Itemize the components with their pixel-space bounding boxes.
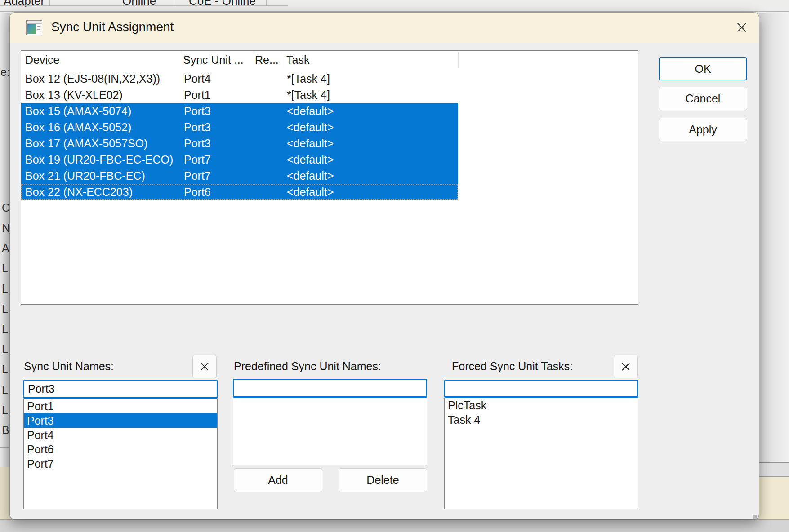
tab-separator: [173, 0, 173, 6]
column-header-re[interactable]: Re...: [255, 51, 279, 69]
cell-device: Box 19 (UR20-FBC-EC-ECO): [25, 151, 173, 168]
cell-device: Box 15 (AMAX-5074): [25, 103, 131, 119]
predefined-sync-unit-names-label: Predefined Sync Unit Names:: [234, 360, 381, 373]
column-divider[interactable]: [283, 52, 283, 68]
background-text-fragment: L: [2, 343, 8, 356]
dialog-title: Sync Unit Assignment: [51, 20, 174, 34]
background-text-fragment: C: [2, 201, 10, 214]
background-text-fragment: e:: [0, 66, 10, 79]
forced-task-input[interactable]: [444, 380, 638, 398]
column-header-task[interactable]: Task: [286, 51, 309, 69]
delete-button[interactable]: Delete: [339, 468, 427, 492]
column-divider[interactable]: [458, 52, 459, 68]
background-text-fragment: N: [2, 222, 10, 235]
table-row[interactable]: Box 21 (UR20-FBC-EC) Port7 <default>: [21, 168, 458, 184]
list-item[interactable]: Task 4: [445, 412, 638, 427]
table-row[interactable]: Box 12 (EJS-08(IN,X2,X3)) Port4 *[Task 4…: [21, 71, 458, 87]
resize-grip[interactable]: [753, 515, 757, 519]
background-text-fragment: L: [2, 403, 8, 417]
device-sync-unit-table: Device Sync Unit ... Re... Task Box 12 (…: [21, 50, 638, 305]
cell-device: Box 21 (UR20-FBC-EC): [25, 168, 145, 184]
background-text-fragment: A: [2, 242, 9, 255]
cell-sync-unit: Port7: [184, 168, 211, 184]
list-item[interactable]: Port3: [24, 413, 217, 428]
background-text-fragment: L: [2, 262, 8, 275]
background-bottom-strip: [0, 519, 789, 532]
table-row[interactable]: Box 17 (AMAX-5057SO) Port3 <default>: [21, 135, 458, 151]
list-item[interactable]: Port6: [24, 442, 217, 457]
dialog-titlebar[interactable]: Sync Unit Assignment: [10, 13, 759, 43]
screen: Adapter Online CoE - Online e: C N A L L…: [0, 0, 789, 532]
cancel-button[interactable]: Cancel: [659, 87, 747, 110]
forced-sync-unit-tasks-label: Forced Sync Unit Tasks:: [452, 360, 573, 373]
cell-sync-unit: Port7: [184, 151, 211, 168]
column-header-sync-unit[interactable]: Sync Unit ...: [183, 51, 244, 69]
cell-task: <default>: [287, 151, 334, 168]
cell-device: Box 22 (NX-ECC203): [25, 184, 133, 200]
cell-device: Box 12 (EJS-08(IN,X2,X3)): [25, 71, 160, 87]
table-row[interactable]: Box 16 (AMAX-5052) Port3 <default>: [21, 119, 458, 135]
cell-task: <default>: [287, 119, 334, 135]
background-beige-panel: [759, 477, 789, 519]
background-divider: [0, 447, 9, 448]
cell-sync-unit: Port3: [184, 135, 211, 151]
background-text-fragment: L: [2, 323, 8, 336]
background-right-strip: [759, 13, 789, 519]
background-text-fragment: L: [2, 383, 8, 396]
tab-separator: [49, 0, 50, 6]
sync-unit-names-list: Port1 Port3 Port4 Port6 Port7: [23, 399, 218, 509]
cell-sync-unit: Port1: [184, 87, 211, 103]
cell-sync-unit: Port6: [184, 184, 211, 200]
sync-unit-assignment-dialog: Sync Unit Assignment Device Sync Unit ..…: [10, 13, 759, 519]
cell-task: <default>: [287, 103, 334, 119]
background-text-fragment: B: [2, 424, 9, 437]
cell-sync-unit: Port3: [184, 119, 211, 135]
background-beige-panel: [0, 467, 10, 519]
tab-separator: [266, 0, 267, 6]
background-text-fragment: L: [2, 282, 8, 295]
list-item[interactable]: Port1: [24, 399, 217, 413]
cell-device: Box 17 (AMAX-5057SO): [25, 135, 147, 151]
list-item[interactable]: Port7: [24, 457, 217, 471]
list-item[interactable]: Port4: [24, 428, 217, 442]
tab-adapter[interactable]: Adapter: [4, 0, 45, 8]
background-left-strip: e: C N A L L L L L L L L B: [0, 13, 10, 519]
cell-task: <default>: [287, 135, 334, 151]
table-row[interactable]: Box 15 (AMAX-5074) Port3 <default>: [21, 103, 458, 119]
predefined-sync-unit-name-input[interactable]: [233, 379, 427, 398]
background-tab-strip: Adapter Online CoE - Online: [0, 0, 789, 13]
background-text-fragment: L: [2, 302, 8, 315]
column-header-device[interactable]: Device: [25, 51, 59, 69]
background-text-fragment: L: [2, 363, 8, 376]
list-item[interactable]: PlcTask: [445, 398, 638, 412]
cell-device: Box 16 (AMAX-5052): [25, 119, 131, 135]
close-icon[interactable]: [733, 19, 751, 36]
sync-unit-name-input[interactable]: [23, 380, 218, 399]
tab-strip-divider: [0, 5, 288, 6]
table-row[interactable]: Box 22 (NX-ECC203) Port6 <default>: [21, 184, 458, 200]
table-row[interactable]: Box 19 (UR20-FBC-EC-ECO) Port7 <default>: [21, 151, 458, 168]
cell-device: Box 13 (KV-XLE02): [25, 87, 123, 103]
column-divider[interactable]: [252, 52, 252, 68]
clear-sync-unit-name-icon[interactable]: [192, 355, 217, 378]
apply-button[interactable]: Apply: [659, 118, 747, 141]
column-divider[interactable]: [180, 52, 180, 68]
cell-task: <default>: [287, 184, 334, 200]
background-band: [759, 463, 789, 476]
dialog-icon: [26, 20, 42, 35]
ok-button[interactable]: OK: [659, 57, 747, 80]
tab-coe-online[interactable]: CoE - Online: [189, 0, 256, 8]
sync-unit-names-label: Sync Unit Names:: [24, 360, 114, 373]
forced-sync-unit-tasks-list: PlcTask Task 4: [444, 398, 638, 509]
background-window-edge: [0, 11, 789, 12]
cell-sync-unit: Port3: [184, 103, 211, 119]
clear-forced-task-icon[interactable]: [614, 355, 638, 378]
cell-sync-unit: Port4: [184, 71, 211, 87]
tab-online[interactable]: Online: [122, 0, 156, 8]
cell-task: <default>: [287, 168, 334, 184]
cell-task: *[Task 4]: [287, 87, 330, 103]
cell-task: *[Task 4]: [287, 71, 330, 87]
predefined-sync-unit-names-list[interactable]: [233, 398, 427, 465]
table-row[interactable]: Box 13 (KV-XLE02) Port1 *[Task 4]: [21, 87, 458, 103]
add-button[interactable]: Add: [234, 468, 322, 492]
